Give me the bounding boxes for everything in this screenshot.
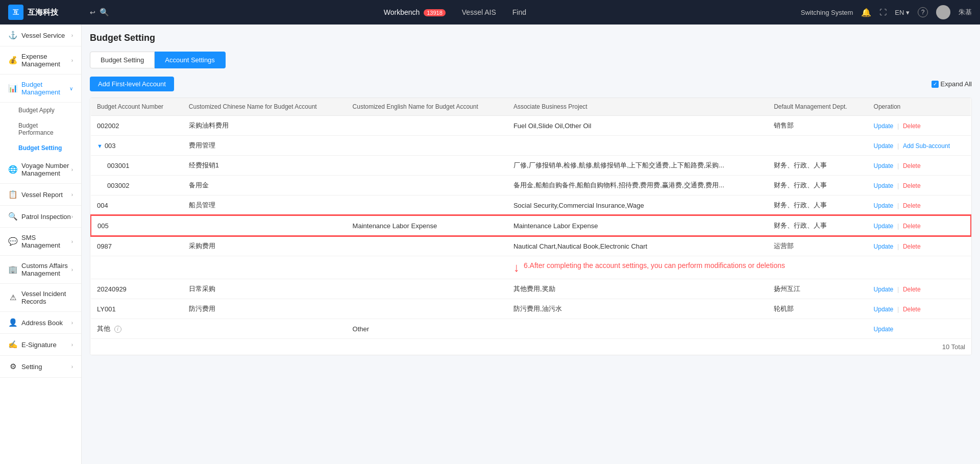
tab-budget-setting[interactable]: Budget Setting — [90, 52, 155, 68]
chevron-down-icon: ∨ — [69, 86, 73, 91]
sidebar-label-patrol: Patrol Inspection — [21, 213, 71, 221]
update-button[interactable]: Update — [874, 223, 894, 230]
sidebar-item-vessel-report[interactable]: 📋 Vessel Report › — [0, 184, 81, 206]
nav-workbench[interactable]: Workbench 13918 — [384, 8, 446, 16]
operation-cell: Update | Delete — [868, 279, 971, 299]
sidebar-item-budget-management[interactable]: 📊 Budget Management ∨ — [0, 75, 81, 103]
fullscreen-icon[interactable]: ⛶ — [879, 8, 887, 16]
lang-selector[interactable]: EN ▾ — [895, 9, 910, 16]
english-name-cell — [347, 236, 507, 256]
dept-cell: 财务、行政、人事 — [768, 156, 867, 176]
separator: | — [897, 122, 899, 130]
help-icon[interactable]: ? — [918, 7, 928, 17]
patrol-icon: 🔍 — [8, 212, 17, 221]
english-name-cell — [347, 279, 507, 299]
sidebar-label-sms: SMS Management — [21, 234, 71, 249]
table-row: LY001 防污费用 防污费用,油污水 轮机部 Update | Delete — [91, 299, 971, 319]
delete-button[interactable]: Delete — [903, 182, 921, 189]
english-name-cell — [347, 136, 507, 156]
sidebar-item-sms-management[interactable]: 💬 SMS Management › — [0, 228, 81, 256]
delete-button[interactable]: Delete — [903, 202, 921, 209]
separator: | — [897, 222, 899, 230]
nav-find[interactable]: Find — [512, 8, 526, 16]
page-title: Budget Setting — [90, 33, 972, 43]
delete-button[interactable]: Delete — [903, 123, 921, 130]
chinese-name-cell — [183, 319, 347, 339]
logo-area[interactable]: 互 互海科技 — [8, 5, 90, 20]
table-row: 20240929 日常采购 其他费用,奖励 扬州互江 Update | Dele… — [91, 279, 971, 299]
sidebar-sub-budget-apply[interactable]: Budget Apply — [0, 103, 81, 118]
update-button[interactable]: Update — [874, 202, 894, 209]
delete-button[interactable]: Delete — [903, 162, 921, 169]
tab-account-settings[interactable]: Account Settings — [155, 52, 226, 68]
sidebar-item-customs-affairs[interactable]: 🏢 Customs Affairs Management › — [0, 256, 81, 284]
add-sub-account-button[interactable]: Add Sub-account — [903, 142, 950, 150]
chevron-right-icon6: › — [71, 239, 73, 245]
delete-button[interactable]: Delete — [903, 223, 921, 230]
switching-system[interactable]: Switching System — [801, 9, 853, 16]
table-body: 002002 采购油料费用 Fuel Oil,Slide Oil,Other O… — [91, 116, 971, 339]
update-button[interactable]: Update — [874, 123, 894, 130]
update-button[interactable]: Update — [874, 182, 894, 189]
table-row: 003001 经费报销1 厂修,厂修报销单,检修,航修,航修报销单,上下船交通费… — [91, 156, 971, 176]
chinese-name-cell: 采购费用 — [183, 236, 347, 256]
account-number-cell: 003001 — [91, 156, 183, 176]
expand-all-checkbox[interactable]: ✓ — [932, 81, 939, 88]
sidebar-item-voyage-number[interactable]: 🌐 Voyage Number Management › — [0, 156, 81, 184]
table-row: 其他 i Other Update — [91, 319, 971, 339]
operation-cell: Update | Add Sub-account — [868, 136, 971, 156]
update-button[interactable]: Update — [874, 142, 894, 150]
chevron-right-icon9: › — [71, 342, 73, 348]
info-icon[interactable]: i — [114, 326, 121, 333]
bell-icon[interactable]: 🔔 — [861, 8, 871, 17]
sidebar-sub-budget-performance[interactable]: Budget Performance — [0, 118, 81, 140]
operation-cell: Update | Delete — [868, 215, 971, 236]
account-number-cell: 005 — [91, 215, 183, 236]
search-icon[interactable]: 🔍 — [100, 8, 109, 17]
main-content: Budget Setting Budget Setting Account Se… — [82, 25, 980, 464]
sidebar: ⚓ Vessel Service › 💰 Expense Management … — [0, 25, 82, 464]
sidebar-item-vessel-incident[interactable]: ⚠ Vessel Incident Records — [0, 284, 81, 312]
chinese-name-cell: 船员管理 — [183, 196, 347, 216]
update-button[interactable]: Update — [874, 162, 894, 169]
tab-panel: Budget Setting Account Settings — [90, 52, 972, 68]
collapse-icon[interactable]: ▼ — [97, 143, 103, 149]
col-chinese-name: Customized Chinese Name for Budget Accou… — [183, 98, 347, 116]
sidebar-sub-budget-setting[interactable]: Budget Setting — [0, 140, 81, 156]
sidebar-item-setting[interactable]: ⚙ Setting › — [0, 356, 81, 378]
table-row: 002002 采购油料费用 Fuel Oil,Slide Oil,Other O… — [91, 116, 971, 136]
col-account-number: Budget Account Number — [91, 98, 183, 116]
sidebar-item-vessel-service[interactable]: ⚓ Vessel Service › — [0, 25, 81, 46]
col-dept: Default Management Dept. — [768, 98, 867, 116]
sidebar-item-expense-management[interactable]: 💰 Expense Management › — [0, 46, 81, 75]
update-button[interactable]: Update — [874, 243, 894, 250]
business-project-cell: Maintenance Labor Expense — [507, 215, 768, 236]
chinese-name-cell — [183, 215, 347, 236]
update-button[interactable]: Update — [874, 326, 894, 333]
chinese-name-cell: 备用金 — [183, 176, 347, 196]
col-operation: Operation — [868, 98, 971, 116]
sidebar-label-budget: Budget Management — [21, 81, 69, 96]
update-button[interactable]: Update — [874, 286, 894, 293]
expand-all-control[interactable]: ✓ Expand All — [932, 80, 972, 88]
sidebar-item-e-signature[interactable]: ✍ E-Signature › — [0, 334, 81, 356]
delete-button[interactable]: Delete — [903, 306, 921, 313]
sidebar-item-patrol-inspection[interactable]: 🔍 Patrol Inspection › — [0, 206, 81, 228]
workbench-badge: 13918 — [424, 9, 446, 16]
back-icon[interactable]: ↩ — [90, 9, 95, 16]
chevron-right-icon4: › — [71, 192, 73, 198]
separator: | — [897, 142, 899, 150]
delete-button[interactable]: Delete — [903, 286, 921, 293]
voyage-icon: 🌐 — [8, 165, 17, 174]
avatar[interactable] — [936, 5, 950, 19]
signature-icon: ✍ — [8, 340, 17, 349]
add-first-level-account-button[interactable]: Add First-level Account — [90, 77, 174, 91]
update-button[interactable]: Update — [874, 306, 894, 313]
nav-vessel-ais[interactable]: Vessel AIS — [462, 8, 496, 16]
chevron-right-icon2: › — [71, 58, 73, 63]
business-project-cell: 其他费用,奖励 — [507, 279, 768, 299]
sidebar-item-address-book[interactable]: 👤 Address Book › — [0, 312, 81, 334]
annotation-text: 6.After completing the account settings,… — [524, 261, 785, 270]
delete-button[interactable]: Delete — [903, 243, 921, 250]
table-row: 0987 采购费用 Nautical Chart,Nautical Book,E… — [91, 236, 971, 256]
